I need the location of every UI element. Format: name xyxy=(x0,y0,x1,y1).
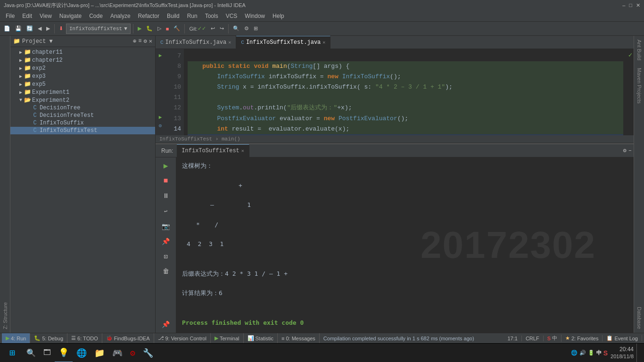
toolbar-settings-btn[interactable]: ⚙ xyxy=(242,25,251,33)
clock[interactable]: 20:44 2018/11/8 xyxy=(611,346,634,360)
ime-icon[interactable]: S xyxy=(603,349,608,357)
toolbar-back-btn[interactable]: ◀ xyxy=(36,25,43,33)
run-play-btn[interactable]: ▶ xyxy=(159,159,173,173)
toolbar-git-btn[interactable]: Git: ✓ ✓ xyxy=(187,25,207,33)
run-tab-close[interactable]: ✕ xyxy=(241,148,244,154)
menu-navigate[interactable]: Navigate xyxy=(56,12,85,20)
run-screenshot-btn[interactable]: 📷 xyxy=(159,220,173,233)
code-content[interactable]: public static void main(String[] args) {… xyxy=(184,49,627,135)
run-pause-btn[interactable]: ⏸ xyxy=(159,189,173,203)
tree-item-experiment1[interactable]: ▶ 📁 Experiment1 xyxy=(10,88,155,96)
tree-item-experiment2[interactable]: ▼ 📂 Experiment2 xyxy=(10,96,155,104)
toolbar-build-btn[interactable]: 🔨 xyxy=(172,25,182,33)
sidebar-settings-btn[interactable]: ⚙ xyxy=(144,38,147,45)
run-minimize-btn[interactable]: – xyxy=(628,148,632,154)
lang-tray-icon[interactable]: 中 xyxy=(596,349,602,356)
status-run-tab[interactable]: ▶ 4: Run xyxy=(2,333,30,343)
network-icon[interactable]: 🌐 xyxy=(571,350,578,356)
run-tab-infixtosuffixtest[interactable]: InfixToSuffixTest ✕ xyxy=(177,144,249,157)
tab-infixtosuffix[interactable]: C InfixToSuffix.java ✕ xyxy=(156,36,236,49)
toolbar-sync-btn[interactable]: 🔄 xyxy=(25,25,35,33)
status-lang[interactable]: S 中 xyxy=(544,335,561,342)
status-encoding[interactable]: CRLF xyxy=(522,336,544,341)
tree-item-decisiontree[interactable]: C DecisionTree xyxy=(10,104,155,112)
toolbar-save-btn[interactable]: 💾 xyxy=(13,25,24,33)
status-favorites-tab[interactable]: ★ 2: Favorites xyxy=(561,335,603,341)
tab-infixtosuffixtest[interactable]: C InfixToSuffixTest.java ✕ xyxy=(236,36,330,49)
toolbar-stop-btn[interactable]: ■ xyxy=(164,25,171,33)
taskbar-app3[interactable]: 🔧 xyxy=(139,344,157,362)
toolbar-redo-btn[interactable]: ↪ xyxy=(218,25,226,33)
taskbar-start-btn[interactable]: ⊞ xyxy=(2,344,23,362)
close-button[interactable]: ✕ xyxy=(636,2,640,8)
menu-vcs[interactable]: VCS xyxy=(222,12,241,20)
tree-item-infixtosuffixtest[interactable]: C InfixToSuffixTest xyxy=(10,127,155,134)
tab-close-2[interactable]: ✕ xyxy=(322,40,325,45)
structure-panel-label[interactable]: Z: Structure xyxy=(1,298,9,333)
status-position[interactable]: 17:1 xyxy=(504,336,521,341)
taskbar-intellij[interactable]: 💡 xyxy=(55,344,73,362)
maven-projects-label[interactable]: Maven Projects xyxy=(635,64,644,107)
taskbar-explorer[interactable]: 📁 xyxy=(91,344,108,362)
sidebar-scroll-btn[interactable]: ⊕ xyxy=(133,38,136,45)
tree-item-chapter11[interactable]: ▶ 📁 chapter11 xyxy=(10,48,155,56)
tree-item-exp2[interactable]: ▶ 📁 exp2 xyxy=(10,64,155,72)
taskbar-app2[interactable]: ⚙ xyxy=(126,344,139,362)
taskbar-search[interactable]: 🔍 xyxy=(23,344,40,362)
tree-item-chapter12[interactable]: ▶ 📁 chapter12 xyxy=(10,56,155,64)
taskbar-app1[interactable]: 🎮 xyxy=(108,344,126,362)
volume-icon[interactable]: 🔊 xyxy=(579,350,586,356)
toolbar-undo-btn[interactable]: ↩ xyxy=(209,25,217,33)
menu-edit[interactable]: Edit xyxy=(18,12,36,20)
run-split-btn[interactable]: ⊡ xyxy=(159,250,173,263)
menu-build[interactable]: Build xyxy=(163,12,183,20)
taskbar-task-view[interactable]: 🗔 xyxy=(40,344,55,362)
toolbar-run-coverage-btn[interactable]: ▷ xyxy=(156,25,163,33)
run-wrap-btn[interactable]: ↩ xyxy=(159,205,173,218)
menu-file[interactable]: File xyxy=(2,12,18,20)
battery-icon[interactable]: 🔋 xyxy=(588,350,594,356)
toolbar-search-everywhere-btn[interactable]: 🔍 xyxy=(231,25,241,33)
menu-run[interactable]: Run xyxy=(183,12,201,20)
sidebar-collapse-btn[interactable]: ≡ xyxy=(138,38,141,45)
run-pin-bottom-btn[interactable]: 📌 xyxy=(159,318,173,331)
sidebar-close-btn[interactable]: ✕ xyxy=(149,38,152,45)
toolbar-debug-btn[interactable]: 🐛 xyxy=(144,25,155,33)
menu-window[interactable]: Window xyxy=(241,12,269,20)
status-findbugs-tab[interactable]: 🐞 FindBugs-IDEA xyxy=(102,333,154,343)
toolbar-more-btn[interactable]: ⊞ xyxy=(252,25,260,33)
ant-build-label[interactable]: Ant Build xyxy=(635,36,644,64)
run-pin-btn[interactable]: 📌 xyxy=(159,235,173,248)
tree-item-decisiontreetest[interactable]: C DecisionTreeTest xyxy=(10,112,155,119)
status-statistic-tab[interactable]: 📊 Statistic xyxy=(244,333,278,343)
code-editor[interactable]: ▶ ▶ ⊙ xyxy=(156,49,634,135)
tree-item-exp3[interactable]: ▶ 📁 exp3 xyxy=(10,72,155,80)
toolbar-run-btn[interactable]: ▶ xyxy=(136,25,143,33)
status-debug-tab[interactable]: 🐛 5: Debug xyxy=(30,333,67,343)
tab-close-1[interactable]: ✕ xyxy=(228,40,231,45)
maximize-button[interactable]: □ xyxy=(629,2,632,8)
menu-tools[interactable]: Tools xyxy=(201,12,222,20)
status-terminal-tab[interactable]: ▶ Terminal xyxy=(211,333,244,343)
status-eventlog-tab[interactable]: 📋 Event Log xyxy=(603,335,642,341)
menu-view[interactable]: View xyxy=(36,12,56,20)
status-todo-tab[interactable]: ☰ 6: TODO xyxy=(67,333,102,343)
status-messages-tab[interactable]: ≡ 0: Messages xyxy=(278,333,320,343)
status-vcs-tab[interactable]: ⎇ 9: Version Control xyxy=(154,333,211,343)
database-label[interactable]: Database xyxy=(635,303,644,333)
toolbar-forward-btn[interactable]: ▶ xyxy=(44,25,52,33)
menu-refactor[interactable]: Refactor xyxy=(134,12,163,20)
show-desktop-btn[interactable] xyxy=(636,344,638,362)
toolbar-run-config-dropdown[interactable]: InfixToSuffixTest ▼ xyxy=(66,24,131,34)
menu-code[interactable]: Code xyxy=(85,12,107,20)
run-stop-btn[interactable]: ■ xyxy=(159,174,173,188)
run-settings-btn[interactable]: ⚙ xyxy=(623,147,627,154)
toolbar-new-btn[interactable]: 📄 xyxy=(2,25,12,33)
minimize-button[interactable]: – xyxy=(622,2,625,8)
menu-help[interactable]: Help xyxy=(269,12,288,20)
taskbar-browser[interactable]: 🌐 xyxy=(73,344,91,362)
tree-item-infixtosuffix[interactable]: C InfixToSuffix xyxy=(10,119,155,127)
menu-analyze[interactable]: Analyze xyxy=(107,12,134,20)
tree-item-exp5[interactable]: ▶ 📁 exp5 xyxy=(10,80,155,88)
run-clear-btn[interactable]: 🗑 xyxy=(159,265,173,278)
